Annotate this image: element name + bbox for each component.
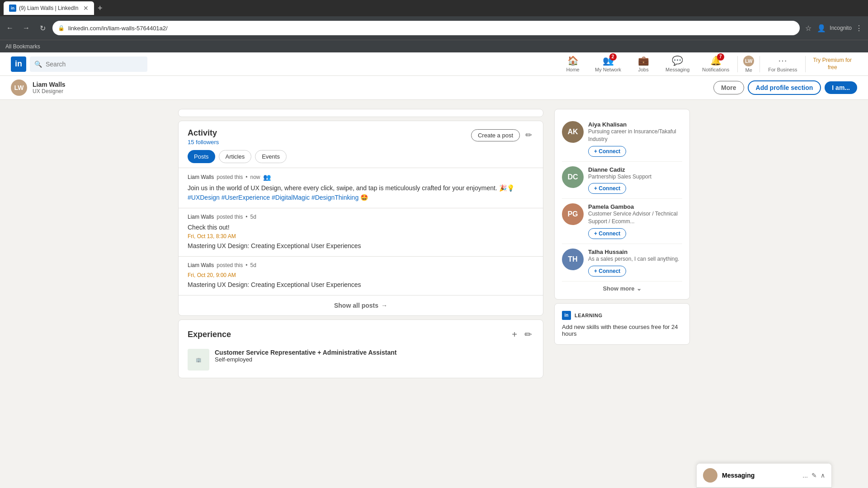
iam-button[interactable]: I am... [825,81,857,94]
post-link-title-3[interactable]: Mastering UX Design: Creating Exceptiona… [188,280,534,290]
person-4-connect-button[interactable]: + Connect [588,266,626,277]
person-2: DC Dianne Cadiz Partnership Sales Suppor… [562,162,682,199]
post-link-title-2[interactable]: Mastering UX Design: Creating Exceptiona… [188,241,534,251]
person-3-title: Customer Service Advisor / Technical Sup… [588,210,682,225]
jobs-icon: 💼 [638,55,649,66]
search-input[interactable] [46,61,143,68]
page-content: Activity 15 followers Create a post ✏ Po… [167,100,701,387]
post-item-1: Liam Walls posted this • now 👥 Join us i… [179,168,543,208]
activity-header: Activity 15 followers Create a post ✏ [179,121,543,145]
person-2-connect-button[interactable]: + Connect [588,183,626,194]
activity-followers[interactable]: 15 followers [188,139,219,145]
post-content-3: Fri, Oct 20, 9:00 AM Mastering UX Design… [188,271,534,290]
nav-messaging[interactable]: 💬 Messaging [659,52,696,76]
profile-icon[interactable]: 👤 [815,22,828,34]
nav-me[interactable]: LW Me [740,52,758,76]
address-bar[interactable]: 🔒 linkedin.com/in/liam-walls-5764401a2/ [52,21,800,35]
tab-close-btn[interactable]: ✕ [83,5,89,12]
person-4-name[interactable]: Talha Hussain [588,249,682,255]
activity-title-section: Activity 15 followers [188,128,219,145]
tab-articles[interactable]: Articles [219,150,252,163]
more-button[interactable]: More [713,81,744,94]
post-date-2: Fri, Oct 13, 8:30 AM [188,232,534,240]
show-all-posts-link[interactable]: Show all posts → [334,302,387,309]
person-3-avatar: PG [562,203,584,225]
browser-tabs: in (9) Liam Walls | LinkedIn ✕ + [0,0,868,16]
search-bar[interactable]: 🔍 [30,56,147,72]
top-stub-card [178,109,543,117]
experience-job-title: Customer Service Representative + Admini… [215,349,534,356]
notifications-icon: 🔔 7 [710,55,722,66]
post-time-2: 5d [250,214,256,220]
add-experience-button[interactable]: + [510,327,519,342]
person-4-info: Talha Hussain As a sales person, I can s… [588,249,682,277]
post-content-1: Join us in the world of UX Design, where… [188,183,534,202]
right-column: AK Aiya Khalisan Pursuing career in Insu… [554,109,690,378]
back-button[interactable]: ← [4,22,16,34]
person-3-connect-button[interactable]: + Connect [588,228,626,239]
person-4: TH Talha Hussain As a sales person, I ca… [562,244,682,282]
nav-jobs[interactable]: 💼 Jobs [627,52,659,76]
refresh-button[interactable]: ↻ [36,22,49,34]
nav-business[interactable]: ⋯ For Business [762,52,803,76]
people-icon-1: 👥 [263,174,271,181]
nav-home-label: Home [566,67,579,72]
learning-card: in LEARNING Add new skills with these co… [554,303,690,345]
create-post-button[interactable]: Create a post [471,129,520,141]
premium-text: Try Premium forfree [813,57,852,71]
post-time-1: now [250,174,260,180]
person-2-name[interactable]: Dianne Cadiz [588,166,682,173]
nav-divider-2 [760,56,760,72]
url-text: linkedin.com/in/liam-walls-5764401a2/ [68,25,168,32]
active-tab[interactable]: in (9) Liam Walls | LinkedIn ✕ [4,1,94,15]
sub-nav-info: Liam Walls UX Designer [33,81,708,94]
menu-icon[interactable]: ⋮ [854,22,864,34]
person-4-avatar: TH [562,249,584,270]
tab-posts[interactable]: Posts [188,150,215,163]
post-date-3: Fri, Oct 20, 9:00 AM [188,271,534,279]
post-tags-1[interactable]: #UXDesign #UserExperience #DigitalMagic … [188,194,368,201]
linkedin-logo[interactable]: in [11,56,26,72]
bookmark-icon[interactable]: ☆ [803,22,813,34]
network-icon: 👥 2 [603,55,614,66]
person-3-info: Pamela Gamboa Customer Service Advisor /… [588,203,682,239]
edit-activity-button[interactable]: ✏ [524,128,534,142]
edit-experience-button[interactable]: ✏ [523,327,534,342]
sub-nav-name: Liam Walls [33,81,708,88]
forward-button[interactable]: → [20,22,33,34]
experience-info: Customer Service Representative + Admini… [215,349,534,371]
tab-events[interactable]: Events [255,150,287,163]
nav-network-label: My Network [595,67,621,72]
nav-notifications[interactable]: 🔔 7 Notifications [696,52,736,76]
show-more-link[interactable]: Show more ⌄ [562,282,682,292]
new-tab-button[interactable]: + [96,2,104,15]
toolbar-actions: ☆ 👤 Incognito ⋮ [803,22,864,34]
person-1-name[interactable]: Aiya Khalisan [588,121,682,128]
incognito-label: Incognito [830,25,852,31]
nav-messaging-label: Messaging [665,67,689,72]
learning-label: LEARNING [575,313,602,318]
show-all-label: Show all posts [334,302,378,309]
post-user-1: Liam Walls [188,174,214,180]
person-3-name[interactable]: Pamela Gamboa [588,203,682,210]
post-text-2: Check this out! [188,223,534,232]
nav-business-label: For Business [768,67,797,72]
browser-chrome: in (9) Liam Walls | LinkedIn ✕ + ← → ↻ 🔒… [0,0,868,40]
person-1-connect-button[interactable]: + Connect [588,146,626,157]
post-content-2: Check this out! Fri, Oct 13, 8:30 AM Mas… [188,223,534,251]
nav-me-label: Me [745,67,752,73]
person-4-title: As a sales person, I can sell anything. [588,255,682,263]
show-more-label: Show more [603,285,634,292]
nav-premium[interactable]: Try Premium forfree [807,52,857,76]
lock-icon: 🔒 [58,25,65,31]
post-action-2: posted this [217,214,243,220]
activity-actions: Create a post ✏ [471,128,534,142]
nav-home[interactable]: 🏠 Home [557,52,589,76]
post-user-2: Liam Walls [188,214,214,220]
experience-title: Experience [188,330,231,339]
nav-center: 🏠 Home 👥 2 My Network 💼 Jobs 💬 Messaging… [557,52,857,76]
add-profile-section-button[interactable]: Add profile section [748,80,821,95]
nav-divider [737,56,738,72]
nav-network[interactable]: 👥 2 My Network [589,52,627,76]
learning-text: Add new skills with these courses free f… [562,324,682,337]
